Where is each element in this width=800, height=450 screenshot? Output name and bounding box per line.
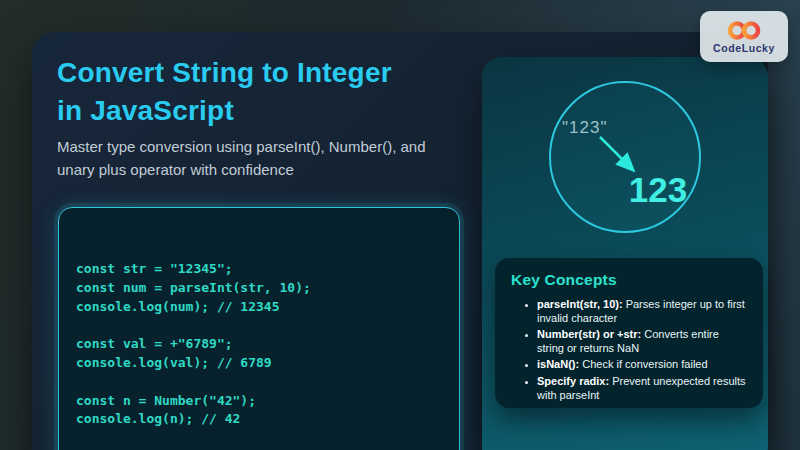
concept-term: Specify radix: [537,375,609,387]
concept-term: parseInt(str, 10): [537,298,623,310]
input-string-label: "123" [562,118,607,137]
concept-desc: Check if conversion failed [582,358,707,370]
codelucky-logo: CodeLucky [700,11,788,62]
key-concepts-title: Key Concepts [511,271,747,289]
conversion-circle-icon [550,82,700,232]
page-subtitle: Master type conversion using parseInt(),… [57,135,465,181]
concept-term: Number(str) or +str: [537,328,641,340]
page-title-line1: Convert String to Integer [57,54,477,92]
code-block: const str = "12345"; const num = parseIn… [58,207,460,450]
infinity-icon [722,20,766,41]
conversion-diagram: "123" 123 [482,57,768,257]
page-background: Convert String to Integer in JavaScript … [0,0,800,450]
concept-item: isNaN(): Check if conversion failed [537,358,747,372]
code-text: const str = "12345"; const num = parseIn… [76,260,443,429]
concept-term: isNaN(): [537,358,579,370]
key-concepts-list: parseInt(str, 10): Parses integer up to … [511,298,747,402]
concept-item: Number(str) or +str: Converts entire str… [537,328,747,355]
logo-text: CodeLucky [713,42,775,54]
concept-item: Specify radix: Prevent unexpected result… [537,375,747,402]
illustration-panel: "123" 123 Key Concepts parseInt(str, 10)… [482,57,768,450]
page-title-line2: in JavaScript [57,92,477,130]
page-title: Convert String to Integer in JavaScript [57,54,477,130]
output-integer-label: 123 [629,170,687,209]
key-concepts-panel: Key Concepts parseInt(str, 10): Parses i… [495,258,763,408]
concept-item: parseInt(str, 10): Parses integer up to … [537,298,747,325]
